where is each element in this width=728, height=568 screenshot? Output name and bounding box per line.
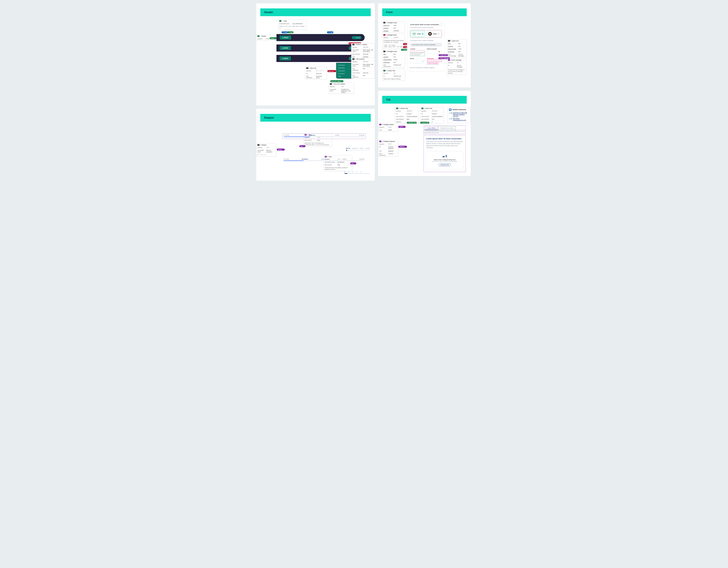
- external-icon: ↗: [354, 163, 355, 164]
- link-icon: 🔗: [283, 32, 284, 33]
- dog-icon: 🐶: [412, 32, 416, 36]
- header-bar-1: LOGO 👤Accedi: [276, 34, 365, 41]
- calendar-icon: 📅: [438, 51, 440, 53]
- field-error-message: errore in microchip: [427, 62, 438, 64]
- input-nome[interactable]: [410, 50, 425, 52]
- step-number[interactable]: 3: [353, 171, 353, 172]
- card-tablist: 1#Dettaglio tablist element<div> roletab…: [378, 123, 398, 131]
- card-inactive-tab: 1#Inactive Tab element<button> IDid-ipsu…: [395, 107, 419, 123]
- hash-icon: #: [260, 144, 261, 146]
- field-help-note: Lorem ipsum dolor sit amet consectetur: [410, 53, 425, 56]
- accedi-button[interactable]: 👤Accedi: [352, 36, 361, 39]
- hash-icon: #: [402, 49, 403, 50]
- select-razza[interactable]: ▾: [410, 60, 425, 63]
- step-number[interactable]: 5: [361, 171, 361, 172]
- logo-badge: LOGO: [280, 36, 291, 40]
- input-sottorazza-error[interactable]: [427, 60, 442, 62]
- hash-icon: #: [451, 59, 451, 61]
- step-label[interactable]: Concludi: [359, 135, 364, 136]
- card-button-notifica: 1#Button + notifica element<button> acce…: [351, 43, 375, 60]
- step-label[interactable]: I tuoi Dati: [284, 158, 289, 160]
- upload-line-1: Select a file or drag and drop here: [429, 159, 460, 160]
- step-label[interactable]: Altra informaz.: [321, 158, 329, 160]
- home-icon: ⌂: [282, 20, 283, 22]
- hash-icon: #: [333, 83, 333, 85]
- chip-input-error: #Input error: [439, 54, 448, 56]
- card-logo: 1⌂Logo accessible nameLogo dell'azienda …: [278, 20, 307, 30]
- card-tabpanel: 1#Dettaglio tabpanel element<div> IDid-i…: [378, 140, 398, 157]
- tabpanel: Lorem ipsum dolor sit amet consectetur. …: [424, 135, 466, 172]
- external-icon: ↗: [334, 70, 335, 72]
- hash-icon: #: [309, 67, 310, 69]
- step-label[interactable]: Concludi: [359, 158, 364, 160]
- form-footer-link[interactable]: Non hai il microchip? Contatta un agente: [410, 67, 442, 68]
- link-icon: 🔗: [328, 32, 329, 33]
- banner-header: Header: [260, 8, 371, 16]
- step-number[interactable]: 2: [349, 171, 349, 172]
- form-subtitle: Lorem ipsum dolor sit amet consectetur.: [410, 27, 442, 28]
- section-form: Form 1#Dettaglio input input typeradio r…: [378, 3, 471, 87]
- form-title: Lorem ipsum dolor sit amet consectetur.: [410, 24, 442, 25]
- hash-icon: #: [355, 44, 356, 45]
- card-voce-notifica: 4#Voce con notifica element<li> accessib…: [329, 82, 354, 94]
- radio-option-cane[interactable]: 🐶 Cane: [411, 31, 425, 37]
- hash-icon: #: [386, 70, 387, 71]
- stepper-mini-preview: Dati Pet Quotazione Verifica Concludi: [346, 148, 370, 149]
- resources-icon: 📑: [449, 108, 451, 111]
- hash-icon: #: [439, 58, 440, 59]
- input-date[interactable]: 📅: [427, 50, 442, 54]
- radio-dot-icon: [438, 33, 440, 35]
- upload-area[interactable]: ☁︎⬆ Select a file or drag and drop here …: [426, 151, 463, 169]
- banner-form: Form: [382, 8, 467, 16]
- upload-icon: ☁︎⬆: [429, 154, 460, 158]
- step-label-active[interactable]: Quotazione: [302, 158, 308, 160]
- step-number[interactable]: 4: [357, 171, 357, 172]
- form-section-title: Lorem ipsum dolor sit amet consectetur.: [410, 40, 442, 41]
- chip-step-1: Step↗: [299, 145, 305, 147]
- card-stepper: 1#Stepper element<ol> accessible nameBar…: [256, 143, 276, 156]
- step-number[interactable]: 1: [344, 171, 345, 172]
- radio-option-gatto[interactable]: 🐱 Gatto: [427, 31, 441, 37]
- hash-icon: #: [424, 108, 425, 109]
- chip-active-tab: #Active Tab: [420, 122, 429, 124]
- resource-link[interactable]: 🔗Tab group (magentaa11y.com): [449, 118, 469, 121]
- chip-link: 🔗Link: [282, 31, 288, 33]
- tabpanel-heading: Lorem ipsum dolor sit amet consectetur.: [426, 138, 463, 140]
- tabpanel-body: Lorem ipsum dolor sit amet consectetur. …: [426, 141, 463, 149]
- filled-text-input[interactable]: Lorem ipsum dolor sit amet consectetur: [410, 43, 442, 46]
- upload-select-button[interactable]: Seleziona il file: [439, 163, 451, 166]
- step-label[interactable]: I tuoi Dati: [284, 135, 289, 136]
- step-label[interactable]: Verifica: [335, 135, 339, 136]
- tablist: La tua offerta Soluzione su misura: [424, 125, 466, 130]
- logo-badge-3: LOGO: [279, 56, 291, 60]
- upload-line-2: JPG, PNG or PDF, file size no more than …: [429, 161, 460, 162]
- chevron-up-icon: ˄: [441, 24, 442, 26]
- stepper-main: I tuoi Dati Quotazione Verifica Concludi: [282, 133, 366, 139]
- card-menu-aperto: 2#Menu aperto element<button> accessible…: [351, 58, 375, 78]
- chip-error-message: #Error message: [438, 57, 450, 59]
- radio-dot-icon: [422, 33, 423, 35]
- tabpanel-crumb: Lorem ipsum dolor sit amet consectetur. …: [424, 130, 466, 134]
- step-label-active[interactable]: Quotazione: [309, 135, 315, 136]
- section-stepper: Stepper 1#Stepper element<ol> accessible…: [256, 109, 375, 180]
- step-label[interactable]: Verifica: [342, 158, 346, 160]
- form-panel: ˄ Lorem ipsum dolor sit amet consectetur…: [407, 21, 445, 72]
- hash-icon: #: [327, 156, 328, 157]
- card-input-error: 1#Input error typetext requiredtrue auto…: [447, 39, 467, 57]
- card-dett-input-text: 1#Dettaglio input typetext requiredtrue …: [382, 50, 405, 68]
- link-icon: 🔗: [450, 112, 452, 117]
- label-razza: Razza*: [410, 58, 425, 59]
- hash-icon: #: [386, 34, 387, 36]
- card-dett-input-radio: 1#Dettaglio input input typeradio requir…: [382, 21, 405, 32]
- chip-logo: ⌂Logo: [287, 31, 293, 33]
- chip-link-2: 🔗Link: [327, 31, 333, 33]
- chip-inactive-tab: #Inactive Tab: [407, 122, 417, 124]
- close-button[interactable]: ˄: [440, 23, 443, 26]
- tab-inactive[interactable]: Soluzione su misura: [438, 126, 456, 130]
- tab-active[interactable]: La tua offerta: [425, 126, 438, 130]
- hash-icon: #: [421, 122, 422, 123]
- logo-badge-2: LOGO: [279, 46, 291, 50]
- user-icon: 👤: [353, 37, 355, 38]
- hash-icon: #: [382, 141, 383, 142]
- resource-link[interactable]: 🔗Example of Tabs with Manual Activation …: [449, 112, 469, 117]
